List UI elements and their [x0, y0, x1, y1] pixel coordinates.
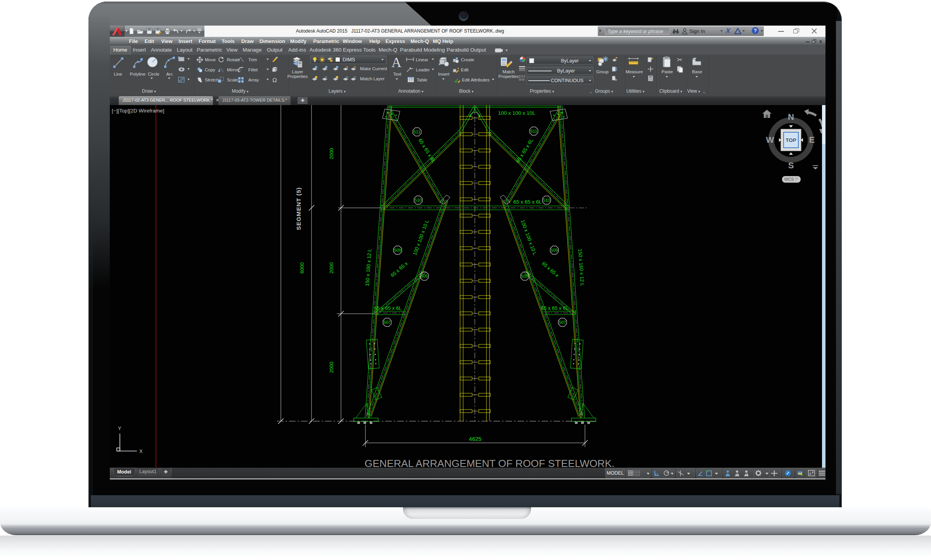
- svg-text:65 x 65 x 6L: 65 x 65 x 6L: [541, 305, 569, 311]
- svg-text:E: E: [809, 135, 815, 145]
- svg-text:4625: 4625: [469, 436, 481, 442]
- svg-text:W: W: [766, 135, 774, 145]
- svg-text:WCS: WCS: [784, 177, 794, 181]
- svg-text:505: 505: [421, 274, 428, 278]
- svg-text:509: 509: [394, 248, 401, 252]
- svg-text:GENERAL ARRANGEMENT OF ROOF ST: GENERAL ARRANGEMENT OF ROOF STEELWORK.: [365, 458, 614, 468]
- svg-text:507: 507: [384, 320, 391, 325]
- svg-text:Y: Y: [118, 425, 121, 431]
- svg-text:N: N: [788, 112, 794, 122]
- svg-text:505: 505: [521, 274, 528, 278]
- svg-text:509: 509: [551, 248, 558, 252]
- svg-text:510: 510: [415, 198, 422, 202]
- svg-text:2000: 2000: [329, 263, 334, 274]
- svg-text:100 x 100 x 10L: 100 x 100 x 10L: [498, 110, 536, 116]
- svg-text:X: X: [139, 448, 143, 454]
- svg-text:2000: 2000: [329, 148, 334, 159]
- svg-text:65 x 65 x 6L: 65 x 65 x 6L: [513, 199, 542, 205]
- svg-text:65 x 65 x 6L: 65 x 65 x 6L: [374, 305, 402, 311]
- svg-text:6000: 6000: [299, 263, 305, 274]
- svg-text:2000: 2000: [329, 362, 334, 373]
- svg-text:SEGMENT (5): SEGMENT (5): [295, 187, 302, 230]
- svg-text:TOP: TOP: [786, 137, 796, 143]
- svg-text:S: S: [788, 161, 794, 170]
- svg-text:511: 511: [530, 129, 537, 133]
- svg-text:507: 507: [559, 320, 566, 325]
- svg-text:[−][Top][2D Wireframe]: [−][Top][2D Wireframe]: [112, 108, 164, 114]
- svg-text:510: 510: [543, 198, 550, 202]
- svg-text:511: 511: [414, 130, 421, 134]
